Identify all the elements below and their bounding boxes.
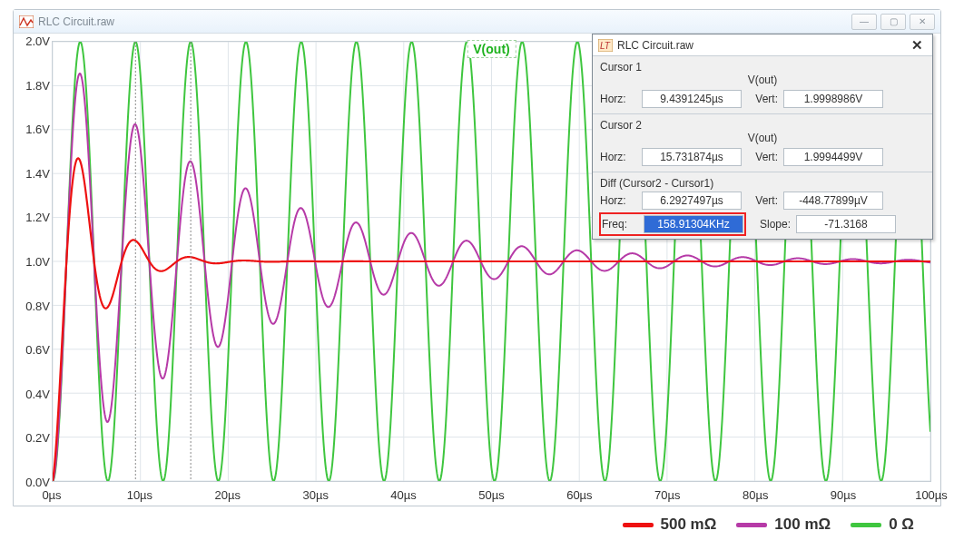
c1-vert-label: Vert: xyxy=(747,93,778,105)
diff-freq-value[interactable]: 158.91304KHz xyxy=(644,215,743,233)
diff-vert-label: Vert: xyxy=(747,194,778,207)
y-tick: 0.8V xyxy=(14,299,50,312)
y-tick: 0.4V xyxy=(14,387,50,400)
legend-swatch-red xyxy=(623,523,654,527)
y-tick: 0.0V xyxy=(14,476,50,489)
legend-label-c: 0 Ω xyxy=(889,516,914,534)
y-tick: 1.8V xyxy=(14,78,50,92)
x-tick: 60µs xyxy=(566,488,592,502)
c1-horz-label: Horz: xyxy=(600,93,636,105)
app-window: RLC Circuit.raw — ▢ ✕ V(out) 0.0V0.2V0.4… xyxy=(13,9,941,506)
cursor-dialog-close-button[interactable]: ✕ xyxy=(908,37,927,54)
cursor-dialog[interactable]: LT RLC Circuit.raw ✕ Cursor 1 V(out) Hor… xyxy=(592,34,933,240)
minimize-button[interactable]: — xyxy=(851,14,877,30)
y-tick: 1.6V xyxy=(14,123,50,136)
x-tick: 40µs xyxy=(390,488,416,502)
cursor-dialog-titlebar[interactable]: LT RLC Circuit.raw ✕ xyxy=(593,34,932,56)
y-tick: 0.2V xyxy=(14,431,50,445)
x-tick: 50µs xyxy=(478,488,504,502)
c1-horz-value[interactable]: 9.4391245µs xyxy=(642,90,742,108)
x-tick: 0µs xyxy=(42,488,61,502)
diff-slope-label: Slope: xyxy=(751,218,791,231)
c2-horz-label: Horz: xyxy=(600,151,636,163)
trace-label[interactable]: V(out) xyxy=(467,40,516,58)
external-legend: 500 mΩ 100 mΩ 0 Ω xyxy=(13,516,941,534)
x-tick: 10µs xyxy=(127,488,152,502)
c1-vert-value[interactable]: 1.9998986V xyxy=(783,90,883,108)
diff-freq-label: Freq: xyxy=(602,218,638,231)
y-tick: 1.2V xyxy=(14,211,50,224)
close-button[interactable]: ✕ xyxy=(910,14,935,30)
y-tick: 0.6V xyxy=(14,343,50,357)
cursor2-signal: V(out) xyxy=(600,132,925,146)
x-tick: 20µs xyxy=(215,488,241,502)
c2-horz-value[interactable]: 15.731874µs xyxy=(642,148,742,166)
window-title: RLC Circuit.raw xyxy=(38,15,114,28)
c2-vert-label: Vert: xyxy=(747,151,778,163)
svg-text:LT: LT xyxy=(600,41,611,51)
app-icon xyxy=(19,15,34,28)
maximize-button[interactable]: ▢ xyxy=(880,14,906,30)
diff-slope-value[interactable]: -71.3168 xyxy=(796,215,896,233)
titlebar[interactable]: RLC Circuit.raw — ▢ ✕ xyxy=(14,10,940,34)
ltspice-icon: LT xyxy=(598,39,613,52)
diff-section: Diff (Cursor2 - Cursor1) Horz: 6.2927497… xyxy=(593,172,932,239)
x-tick: 70µs xyxy=(654,488,680,502)
x-tick: 90µs xyxy=(831,488,856,502)
legend-item-500mohm: 500 mΩ xyxy=(623,516,717,534)
diff-horz-label: Horz: xyxy=(600,194,636,207)
legend-swatch-magenta xyxy=(736,523,767,527)
cursor1-signal: V(out) xyxy=(600,74,925,88)
legend-label-b: 100 mΩ xyxy=(774,516,831,534)
x-tick: 100µs xyxy=(915,488,948,502)
y-tick: 1.0V xyxy=(14,255,50,269)
c2-vert-value[interactable]: 1.9994499V xyxy=(783,148,883,166)
legend-label-a: 500 mΩ xyxy=(661,516,717,534)
cursor2-header: Cursor 2 xyxy=(600,117,925,132)
cursor2-section: Cursor 2 V(out) Horz: 15.731874µs Vert: … xyxy=(593,114,932,170)
y-tick: 1.4V xyxy=(14,166,50,180)
x-tick: 80µs xyxy=(743,488,768,502)
window-buttons: — ▢ ✕ xyxy=(851,14,935,30)
cursor1-header: Cursor 1 xyxy=(600,59,925,74)
y-tick: 2.0V xyxy=(14,34,50,48)
cursor1-section: Cursor 1 V(out) Horz: 9.4391245µs Vert: … xyxy=(593,56,932,112)
cursor-dialog-title: RLC Circuit.raw xyxy=(617,39,693,52)
diff-header: Diff (Cursor2 - Cursor1) xyxy=(600,175,925,190)
diff-horz-value[interactable]: 6.2927497µs xyxy=(642,192,742,210)
diff-vert-value[interactable]: -448.77899µV xyxy=(783,192,883,210)
legend-swatch-green xyxy=(851,523,881,527)
legend-item-100mohm: 100 mΩ xyxy=(736,516,831,534)
legend-item-0ohm: 0 Ω xyxy=(851,516,914,534)
x-tick: 30µs xyxy=(302,488,328,502)
